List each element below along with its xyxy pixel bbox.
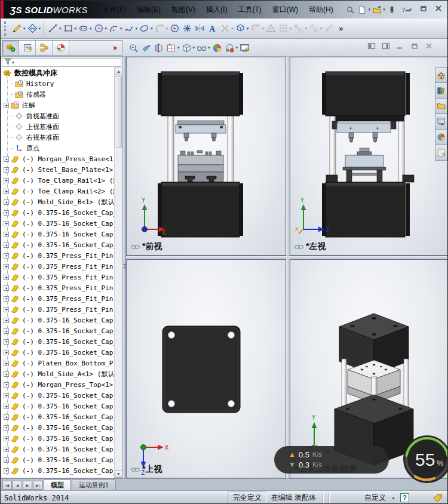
menu-item[interactable]: 帮助(H)	[303, 2, 339, 17]
tree-item[interactable]: 传感器	[1, 89, 122, 100]
tab-motion-study[interactable]: 运动算例1	[72, 480, 116, 490]
expand-icon[interactable]: +	[4, 264, 9, 269]
expand-icon[interactable]: +	[4, 103, 9, 108]
viewport-front[interactable]: Y X *前视	[126, 57, 286, 256]
expand-icon[interactable]: +	[4, 414, 9, 420]
design-library-icon[interactable]	[435, 83, 447, 99]
first-study-button[interactable]: |◀	[2, 481, 12, 490]
tree-item[interactable]: 数控模具冲床	[1, 67, 122, 78]
tree-item[interactable]: +(-) Mold_Side_B<1> (默认	[1, 196, 122, 207]
tree-item[interactable]: +(-) 0.375_Press_Fit_Pin	[1, 293, 122, 304]
sketch-icon[interactable]	[11, 21, 23, 36]
expand-icon[interactable]: +	[4, 382, 9, 388]
expand-icon[interactable]: +	[4, 468, 9, 474]
expand-icon[interactable]: +	[4, 210, 9, 216]
dropdown-arrow-icon[interactable]: ▾	[369, 7, 371, 12]
viewport-left[interactable]: Y Z X *左视	[290, 57, 448, 256]
tree-item[interactable]: +A注解	[1, 100, 122, 110]
dropdown-arrow-icon[interactable]: ▾	[12, 60, 14, 65]
dropdown-arrow-icon[interactable]: ▾	[75, 26, 77, 31]
expand-icon[interactable]: +	[4, 350, 9, 355]
full-screen-icon[interactable]	[238, 41, 251, 55]
corner-rectangle-icon[interactable]	[62, 21, 75, 36]
tree-item[interactable]: +(-) 0.375-16_Socket_Cap_	[1, 315, 122, 325]
expand-icon[interactable]: +	[4, 296, 9, 302]
tree-item[interactable]: +(-) 0.375-16_Socket_Cap_	[1, 401, 122, 411]
next-study-button[interactable]: ▶	[23, 481, 32, 490]
tree-item[interactable]: +(-) 0.375-16_Socket_Cap_	[1, 347, 122, 358]
expand-icon[interactable]: +	[4, 285, 9, 291]
expand-icon[interactable]: +	[4, 189, 9, 194]
tree-item[interactable]: +(-) Platen_Box_Bottom_P	[1, 358, 122, 368]
custom-properties-icon[interactable]	[435, 145, 447, 161]
menu-item[interactable]: 视图(V)	[166, 2, 201, 17]
tree-item[interactable]: +(-) 0.375-16_Socket_Cap_	[1, 336, 122, 347]
expand-icon[interactable]: +	[4, 232, 9, 237]
expand-icon[interactable]: +	[4, 156, 9, 162]
propertymanager-tab[interactable]	[19, 41, 36, 55]
tree-item[interactable]: +(-) Toe_Clamp_Rail<1> (默	[1, 175, 122, 186]
scrollbar-thumb[interactable]	[115, 76, 122, 147]
tree-item[interactable]: +(-) 0.375-16_Socket_Cap_	[1, 218, 122, 229]
circle-icon[interactable]	[93, 21, 105, 36]
displaymanager-tab[interactable]	[53, 41, 69, 55]
hide-show-items-icon[interactable]	[195, 41, 208, 55]
minimize-button[interactable]	[403, 3, 414, 14]
file-explorer-icon[interactable]	[435, 99, 447, 114]
tree-scrollbar[interactable]: ▲ ▼	[114, 67, 122, 478]
appearances-icon[interactable]	[435, 130, 447, 145]
scroll-down-button[interactable]: ▼	[115, 470, 122, 478]
expand-icon[interactable]: +	[4, 447, 9, 452]
expand-icon[interactable]: +	[4, 242, 9, 248]
line-icon[interactable]	[47, 21, 59, 36]
expand-icon[interactable]: +	[4, 425, 9, 431]
tree-item[interactable]: +(-) 0.375_Press_Fit_Pin	[1, 272, 122, 282]
dropdown-arrow-icon[interactable]: ▾	[23, 26, 26, 31]
tree-item[interactable]: +(-) 0.375-16_Socket_Cap_	[1, 422, 122, 433]
tree-item[interactable]: +(-) 0.375-16_Socket_Cap_	[1, 325, 122, 336]
previous-view-icon[interactable]	[140, 41, 152, 55]
section-view-icon[interactable]	[152, 41, 165, 55]
dropdown-arrow-icon[interactable]: ▾	[247, 26, 249, 31]
spline-icon[interactable]	[123, 21, 136, 36]
dropdown-arrow-icon[interactable]: ▾	[120, 26, 122, 31]
menu-item[interactable]: 窗口(W)	[267, 2, 303, 17]
smart-dimension-icon[interactable]	[26, 21, 39, 36]
dropdown-arrow-icon[interactable]: ▾	[193, 45, 195, 50]
tree-item[interactable]: +(-) 0.375-16_Socket_Cap_	[1, 207, 122, 218]
tree-item[interactable]: +(-) 0.375_Press_Fit_Pin	[1, 304, 122, 315]
expand-icon[interactable]: +	[4, 253, 9, 259]
tree-item[interactable]: History	[1, 78, 122, 89]
dropdown-arrow-icon[interactable]: ▾	[136, 26, 138, 31]
expand-icon[interactable]: +	[4, 275, 9, 280]
help-status-icon[interactable]: ?	[400, 493, 409, 502]
tab-model[interactable]: 模型	[44, 480, 71, 490]
tree-item[interactable]: 原点	[1, 143, 122, 153]
expand-icon[interactable]: +	[4, 339, 9, 345]
tree-item[interactable]: +(-) Morgan_Press_Base<1	[1, 153, 122, 164]
view-palette-icon[interactable]	[435, 114, 447, 130]
tree-item[interactable]: +(-) 0.375-16_Socket_Cap_	[1, 454, 122, 465]
dropdown-arrow-icon[interactable]: ▾	[383, 7, 385, 12]
expand-icon[interactable]: +	[4, 361, 9, 366]
network-monitor-overlay[interactable]: ▲ 0.5 K/s ▼ 0.3 K/s	[274, 446, 389, 474]
text-icon[interactable]: A	[206, 21, 219, 36]
toolbar-grip[interactable]	[4, 21, 7, 36]
home-tab-icon[interactable]	[435, 67, 447, 83]
expand-icon[interactable]: +	[4, 307, 9, 312]
expand-icon[interactable]: +	[4, 371, 9, 377]
tree-item[interactable]: +(-) 0.375-16_Socket_Cap_	[1, 390, 122, 401]
viewport-horizontal-splitter[interactable]	[126, 256, 448, 259]
tree-item[interactable]: +(-) 0.375_Press_Fit_Pin	[1, 261, 122, 272]
expand-icon[interactable]: +	[4, 318, 9, 323]
configurationmanager-tab[interactable]	[36, 41, 53, 55]
expand-icon[interactable]: +	[4, 167, 9, 173]
viewport-top[interactable]: X Z *上视	[126, 259, 286, 478]
menu-item[interactable]: 文件(F)	[97, 2, 131, 17]
restore-button[interactable]	[418, 3, 429, 14]
dropdown-arrow-icon[interactable]: ▾	[151, 26, 153, 31]
tree-item[interactable]: +(-) 0.375-16_Socket_Cap_	[1, 465, 122, 476]
doc-close-icon[interactable]	[424, 41, 434, 51]
tree-item[interactable]: +(-) Mold_Side_A<1> (默认	[1, 368, 122, 379]
expand-icon[interactable]: +	[4, 178, 9, 183]
